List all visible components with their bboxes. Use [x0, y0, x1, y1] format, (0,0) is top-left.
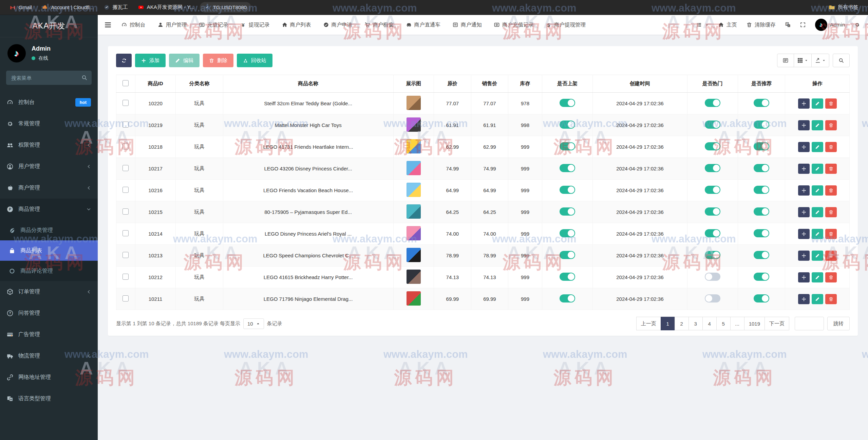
- nav-item[interactable]: 充值记录: [199, 21, 228, 29]
- nav-fullscreen[interactable]: [800, 22, 806, 28]
- delete-row-button[interactable]: [825, 185, 837, 196]
- on-sale-toggle[interactable]: [560, 99, 575, 107]
- recommend-toggle[interactable]: [754, 186, 769, 194]
- row-checkbox[interactable]: [122, 274, 129, 280]
- hot-toggle[interactable]: [705, 273, 720, 281]
- sidebar-search-input[interactable]: [6, 71, 92, 85]
- move-button[interactable]: [798, 251, 810, 261]
- on-sale-toggle[interactable]: [560, 273, 575, 281]
- hot-toggle[interactable]: [705, 251, 720, 259]
- all-bookmarks-button[interactable]: 所有书签: [825, 2, 863, 13]
- page-button[interactable]: 1019: [744, 317, 765, 330]
- delete-row-button[interactable]: [825, 98, 837, 109]
- nav-menu-dropdown[interactable]: [696, 22, 709, 28]
- page-button[interactable]: 4: [702, 317, 717, 330]
- on-sale-toggle[interactable]: [560, 294, 575, 302]
- row-checkbox[interactable]: [122, 252, 129, 258]
- edit-row-button[interactable]: [812, 272, 823, 282]
- page-size-select[interactable]: 10: [243, 318, 264, 329]
- columns-button[interactable]: [794, 54, 812, 67]
- nav-translate[interactable]: 文A: [785, 22, 791, 28]
- nav-home[interactable]: 主页: [718, 21, 737, 29]
- bookmark-item[interactable]: TG:USDT8080: [200, 2, 251, 13]
- bookmark-item[interactable]: 搬瓦工: [99, 2, 132, 13]
- recommend-toggle[interactable]: [754, 164, 769, 172]
- hot-toggle[interactable]: [705, 207, 720, 216]
- recommend-toggle[interactable]: [754, 99, 769, 107]
- recommend-toggle[interactable]: [754, 207, 769, 216]
- move-button[interactable]: [798, 142, 810, 152]
- move-button[interactable]: [798, 229, 810, 239]
- export-button[interactable]: [811, 54, 829, 67]
- recommend-toggle[interactable]: [754, 121, 769, 129]
- nav-user[interactable]: ♪Admin: [815, 19, 845, 31]
- edit-button[interactable]: 编辑: [169, 54, 200, 67]
- move-button[interactable]: [798, 120, 810, 130]
- page-button[interactable]: 1: [661, 317, 675, 330]
- hot-toggle[interactable]: [705, 294, 720, 302]
- delete-row-button[interactable]: [825, 120, 837, 130]
- move-button[interactable]: [798, 207, 810, 217]
- bookmark-item[interactable]: AKA开发资源网 - Y...: [134, 2, 199, 13]
- recommend-toggle[interactable]: [754, 294, 769, 302]
- card-view-button[interactable]: [777, 54, 794, 67]
- edit-row-button[interactable]: [812, 142, 823, 152]
- move-button[interactable]: [798, 98, 810, 109]
- row-checkbox[interactable]: [122, 100, 129, 106]
- row-checkbox[interactable]: [122, 122, 129, 128]
- nav-item[interactable]: $商户提现管理: [546, 21, 586, 29]
- sidebar-item-控制台[interactable]: 控制台hot: [0, 92, 98, 113]
- nav-item[interactable]: 控制台: [121, 21, 146, 29]
- table-search-button[interactable]: [833, 54, 850, 67]
- hot-toggle[interactable]: [705, 229, 720, 237]
- row-checkbox[interactable]: [122, 230, 129, 236]
- sidebar-item-订单管理[interactable]: 订单管理: [0, 281, 98, 302]
- edit-row-button[interactable]: [812, 294, 823, 304]
- hot-toggle[interactable]: [705, 142, 720, 150]
- delete-row-button[interactable]: [825, 207, 837, 217]
- row-checkbox[interactable]: [122, 165, 129, 171]
- edit-row-button[interactable]: [812, 98, 823, 109]
- recommend-toggle[interactable]: [754, 273, 769, 281]
- delete-row-button[interactable]: [825, 272, 837, 282]
- edit-row-button[interactable]: [812, 164, 823, 174]
- sidebar-item-物流管理[interactable]: 物流管理: [0, 345, 98, 367]
- row-checkbox[interactable]: [122, 143, 129, 149]
- jump-button[interactable]: 跳转: [827, 317, 850, 330]
- edit-row-button[interactable]: [812, 120, 823, 130]
- recycle-bin-button[interactable]: 回收站: [237, 54, 272, 67]
- nav-item[interactable]: ¥提现记录: [241, 21, 270, 29]
- recommend-toggle[interactable]: [754, 251, 769, 259]
- on-sale-toggle[interactable]: [560, 229, 575, 237]
- nav-item[interactable]: 商户充值记录: [494, 21, 534, 29]
- row-checkbox[interactable]: [122, 208, 129, 215]
- hot-toggle[interactable]: [705, 164, 720, 172]
- jump-page-input[interactable]: [795, 317, 824, 330]
- sidebar-item-常规管理[interactable]: 常规管理: [0, 113, 98, 134]
- sidebar-item-语言类型管理[interactable]: A语言类型管理: [0, 388, 98, 409]
- row-checkbox[interactable]: [122, 295, 129, 301]
- sidebar-item-问答管理[interactable]: ?问答管理: [0, 302, 98, 324]
- nav-item[interactable]: 商户申请: [323, 21, 353, 29]
- row-checkbox[interactable]: [122, 187, 129, 193]
- sidebar-item-网络地址管理[interactable]: 网络地址管理: [0, 367, 98, 388]
- nav-settings[interactable]: [854, 22, 860, 28]
- nav-item[interactable]: 商户通知: [453, 21, 482, 29]
- page-button[interactable]: 下一页: [765, 317, 789, 330]
- sidebar-subitem-商品评论管理[interactable]: 商品评论管理: [0, 261, 98, 281]
- delete-row-button[interactable]: [825, 229, 837, 239]
- recommend-toggle[interactable]: [754, 229, 769, 237]
- bookmark-item[interactable]: Account | Cloudfl...: [38, 2, 98, 13]
- on-sale-toggle[interactable]: [560, 186, 575, 194]
- edit-row-button[interactable]: [812, 251, 823, 261]
- on-sale-toggle[interactable]: [560, 251, 575, 259]
- move-button[interactable]: [798, 272, 810, 282]
- hot-toggle[interactable]: [705, 99, 720, 107]
- bookmark-item[interactable]: Gmail: [5, 2, 36, 13]
- sidebar-item-用户管理[interactable]: 用户管理: [0, 156, 98, 177]
- delete-row-button[interactable]: [825, 164, 837, 174]
- sidebar-item-商户管理[interactable]: 商户管理: [0, 177, 98, 199]
- delete-row-button[interactable]: [825, 294, 837, 304]
- on-sale-toggle[interactable]: [560, 121, 575, 129]
- on-sale-toggle[interactable]: [560, 142, 575, 150]
